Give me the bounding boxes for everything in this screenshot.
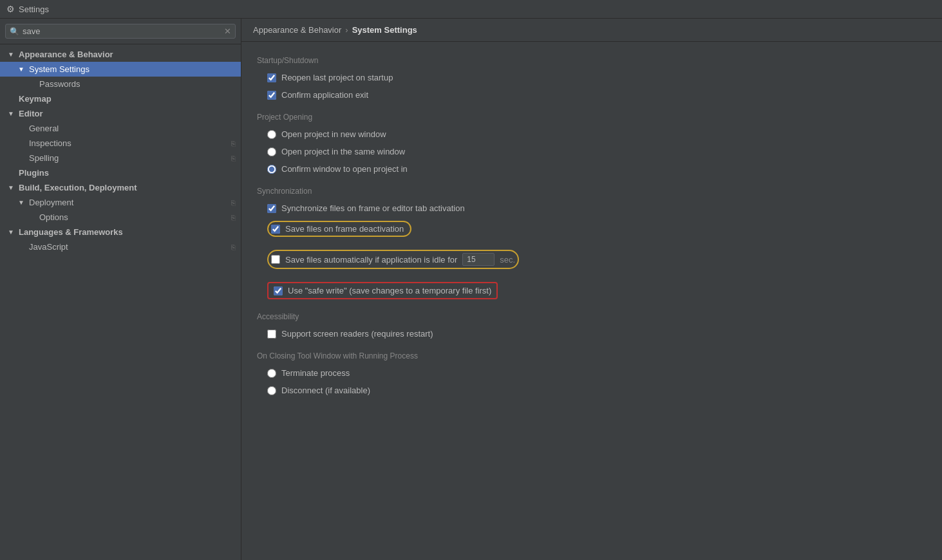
sidebar-item-label: Deployment — [29, 198, 73, 207]
save-files-auto-row: Save files automatically if application … — [257, 248, 927, 275]
open-new-window-radio[interactable] — [267, 130, 276, 139]
sidebar-item-keymap[interactable]: Keymap — [0, 91, 241, 106]
confirm-window-label: Confirm window to open project in — [281, 164, 408, 174]
safe-write-label: Use "safe write" (save changes to a temp… — [288, 286, 491, 295]
sidebar-item-label: Keymap — [19, 94, 52, 104]
arrow-icon: ▼ — [8, 51, 15, 58]
disconnect-if-available-row: Disconnect (if available) — [257, 384, 927, 397]
main-content: Appearance & Behavior › System Settings … — [241, 19, 942, 560]
search-input[interactable] — [23, 26, 221, 36]
open-new-window-label: Open project in new window — [281, 129, 386, 139]
settings-content: Startup/Shutdown Reopen last project on … — [241, 42, 942, 560]
idle-seconds-input[interactable] — [462, 253, 495, 266]
safe-write-highlight: Use "safe write" (save changes to a temp… — [267, 282, 498, 299]
breadcrumb-current: System Settings — [352, 25, 417, 35]
startup-shutdown-title: Startup/Shutdown — [257, 56, 927, 65]
copy-icon: ⎘ — [231, 243, 236, 251]
copy-icon: ⎘ — [231, 214, 236, 221]
search-bar: 🔍 ✕ — [0, 19, 241, 44]
synchronization-title: Synchronization — [257, 187, 927, 196]
terminate-process-radio[interactable] — [267, 369, 276, 378]
sidebar-item-label: Inspections — [29, 138, 71, 148]
screen-readers-checkbox[interactable] — [267, 330, 276, 339]
sidebar-item-label: Appearance & Behavior — [19, 50, 113, 59]
closing-tool-window-title: On Closing Tool Window with Running Proc… — [257, 351, 927, 360]
accessibility-title: Accessibility — [257, 312, 927, 321]
sidebar-item-passwords[interactable]: Passwords — [0, 77, 241, 91]
safe-write-checkbox[interactable] — [274, 286, 283, 295]
sidebar-item-label: Spelling — [29, 153, 59, 163]
sidebar-item-label: Editor — [19, 109, 43, 118]
open-same-window-row: Open project in the same window — [257, 145, 927, 158]
project-opening-section: Project Opening Open project in new wind… — [257, 113, 927, 175]
sidebar-item-build-execution-deployment[interactable]: ▼Build, Execution, Deployment — [0, 180, 241, 195]
save-files-auto-highlight: Save files automatically if application … — [267, 250, 519, 269]
save-files-frame-deactivation-highlight: Save files on frame deactivation — [267, 221, 411, 237]
terminate-process-label: Terminate process — [281, 368, 350, 378]
confirm-exit-label: Confirm application exit — [281, 90, 368, 100]
confirm-exit-row: Confirm application exit — [257, 89, 927, 101]
screen-readers-row: Support screen readers (requires restart… — [257, 328, 927, 340]
confirm-window-row: Confirm window to open project in — [257, 163, 927, 175]
sidebar-item-languages-frameworks[interactable]: ▼Languages & Frameworks — [0, 225, 241, 239]
open-new-window-row: Open project in new window — [257, 128, 927, 140]
open-same-window-label: Open project in the same window — [281, 147, 405, 156]
disconnect-if-available-label: Disconnect (if available) — [281, 386, 370, 395]
save-files-frame-deactivation-row: Save files on frame deactivation — [257, 219, 927, 243]
sidebar: 🔍 ✕ ▼Appearance & Behavior▼System Settin… — [0, 19, 241, 560]
project-opening-title: Project Opening — [257, 113, 927, 122]
sync-files-frame-checkbox[interactable] — [267, 204, 276, 213]
search-icon: 🔍 — [10, 27, 19, 36]
reopen-last-project-row: Reopen last project on startup — [257, 71, 927, 84]
sidebar-item-label: General — [29, 124, 59, 133]
sidebar-item-label: Passwords — [39, 79, 80, 89]
terminate-process-row: Terminate process — [257, 367, 927, 379]
confirm-window-radio[interactable] — [267, 165, 276, 174]
closing-tool-window-section: On Closing Tool Window with Running Proc… — [257, 351, 927, 397]
arrow-icon: ▼ — [8, 229, 15, 236]
arrow-icon: ▼ — [8, 110, 15, 117]
arrow-icon: ▼ — [8, 184, 15, 191]
sidebar-item-options[interactable]: Options⎘ — [0, 210, 241, 225]
arrow-icon: ▼ — [18, 199, 26, 206]
window-title: Settings — [19, 5, 49, 14]
breadcrumb-separator: › — [345, 25, 348, 35]
sidebar-item-label: JavaScript — [29, 242, 68, 252]
safe-write-row: Use "safe write" (save changes to a temp… — [257, 281, 927, 301]
confirm-exit-checkbox[interactable] — [267, 91, 276, 100]
synchronization-section: Synchronization Synchronize files on fra… — [257, 187, 927, 301]
idle-unit-label: sec. — [500, 255, 515, 265]
sidebar-item-general[interactable]: General — [0, 121, 241, 136]
sidebar-item-plugins[interactable]: Plugins — [0, 165, 241, 180]
sidebar-item-inspections[interactable]: Inspections⎘ — [0, 136, 241, 151]
sidebar-item-system-settings[interactable]: ▼System Settings — [0, 62, 241, 77]
sync-files-frame-label: Synchronize files on frame or editor tab… — [281, 203, 465, 213]
save-files-auto-checkbox[interactable] — [271, 255, 280, 264]
startup-shutdown-section: Startup/Shutdown Reopen last project on … — [257, 56, 927, 101]
save-files-frame-deactivation-checkbox[interactable] — [271, 225, 280, 234]
sidebar-item-editor[interactable]: ▼Editor — [0, 106, 241, 121]
sidebar-item-appearance-behavior[interactable]: ▼Appearance & Behavior — [0, 47, 241, 62]
sidebar-item-spelling[interactable]: Spelling⎘ — [0, 151, 241, 165]
search-input-wrapper[interactable]: 🔍 ✕ — [5, 24, 236, 39]
copy-icon: ⎘ — [231, 154, 236, 162]
sidebar-nav: ▼Appearance & Behavior▼System SettingsPa… — [0, 44, 241, 560]
reopen-last-project-label: Reopen last project on startup — [281, 73, 393, 82]
reopen-last-project-checkbox[interactable] — [267, 73, 276, 82]
search-clear-button[interactable]: ✕ — [224, 27, 231, 35]
sidebar-item-javascript[interactable]: JavaScript⎘ — [0, 239, 241, 254]
arrow-icon: ▼ — [18, 66, 26, 73]
open-same-window-radio[interactable] — [267, 147, 276, 156]
accessibility-section: Accessibility Support screen readers (re… — [257, 312, 927, 340]
screen-readers-label: Support screen readers (requires restart… — [281, 329, 433, 339]
disconnect-if-available-radio[interactable] — [267, 386, 276, 395]
save-files-auto-label: Save files automatically if application … — [285, 255, 457, 265]
copy-icon: ⎘ — [231, 140, 236, 147]
save-files-frame-deactivation-label: Save files on frame deactivation — [285, 224, 404, 234]
sidebar-item-deployment[interactable]: ▼Deployment⎘ — [0, 195, 241, 210]
app-icon: ⚙ — [6, 4, 15, 14]
breadcrumb-parent: Appearance & Behavior — [253, 25, 341, 35]
sidebar-item-label: System Settings — [29, 64, 89, 74]
sidebar-item-label: Build, Execution, Deployment — [19, 183, 137, 192]
breadcrumb: Appearance & Behavior › System Settings — [241, 19, 942, 42]
